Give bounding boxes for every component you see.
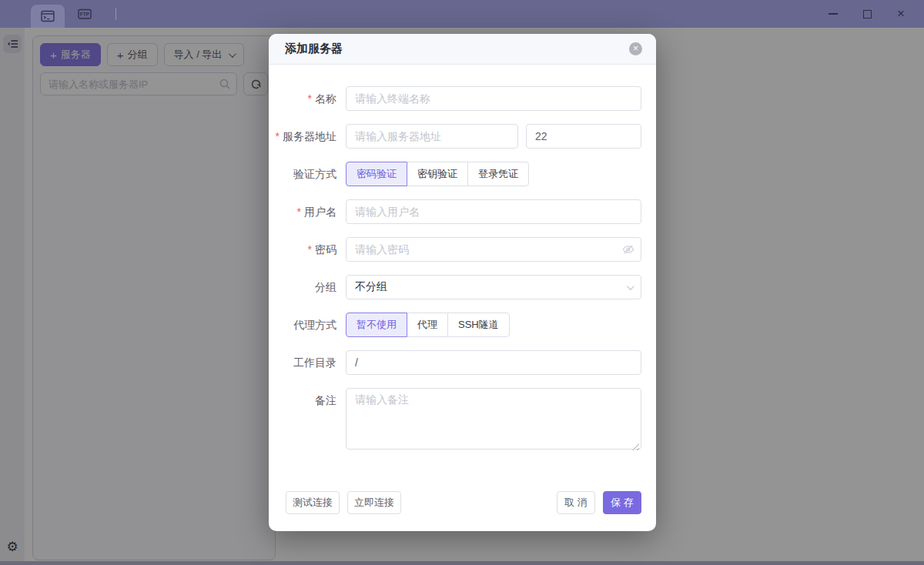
maximize-icon <box>863 10 872 18</box>
remark-textarea[interactable] <box>346 388 641 450</box>
required-mark: * <box>308 86 312 111</box>
titlebar-drag-region <box>116 0 816 28</box>
proxy-option-ssh-tunnel[interactable]: SSH隧道 <box>447 313 510 337</box>
titlebar: FTP × <box>0 0 924 28</box>
dialog-title: 添加服务器 <box>285 42 343 56</box>
required-mark: * <box>308 237 312 262</box>
tab-ftp[interactable]: FTP <box>68 0 102 28</box>
dialog-header: 添加服务器 × <box>269 34 656 65</box>
field-label-auth: 验证方式 <box>278 162 346 186</box>
test-connection-button[interactable]: 测试连接 <box>286 491 340 514</box>
workdir-input[interactable] <box>346 350 641 375</box>
auth-option-credential[interactable]: 登录凭证 <box>467 162 529 186</box>
form-row-name: * 名称 <box>278 86 641 111</box>
auth-method-segmented: 密码验证 密钥验证 登录凭证 <box>346 162 529 186</box>
minimize-button[interactable] <box>816 0 850 28</box>
form-row-auth: 验证方式 密码验证 密钥验证 登录凭证 <box>278 162 641 186</box>
proxy-option-proxy[interactable]: 代理 <box>407 313 448 337</box>
cancel-button[interactable]: 取 消 <box>557 491 595 514</box>
group-select-value: 不分组 <box>355 280 387 294</box>
proxy-option-none[interactable]: 暂不使用 <box>346 313 407 337</box>
dialog-footer: 测试连接 立即连接 取 消 保 存 <box>286 491 641 514</box>
field-label-remark: 备注 <box>278 388 346 413</box>
save-button[interactable]: 保 存 <box>603 491 641 514</box>
add-server-dialog: 添加服务器 × * 名称 * 服务器地址 <box>269 34 656 531</box>
auth-option-key[interactable]: 密钥验证 <box>407 162 468 186</box>
ftp-tab-icon: FTP <box>78 8 92 20</box>
tab-terminal[interactable] <box>31 5 65 28</box>
form-row-address: * 服务器地址 <box>278 124 641 149</box>
dialog-body: * 名称 * 服务器地址 <box>269 65 656 466</box>
form-row-password: * 密码 <box>278 237 641 262</box>
eye-off-icon[interactable] <box>622 243 634 256</box>
field-label-address: * 服务器地址 <box>278 124 346 149</box>
required-mark: * <box>297 199 301 224</box>
form-row-group: 分组 不分组 <box>278 275 641 299</box>
field-label-group: 分组 <box>278 275 346 299</box>
connect-now-button[interactable]: 立即连接 <box>347 491 401 514</box>
chevron-down-icon <box>627 282 634 290</box>
close-window-button[interactable]: × <box>884 0 918 28</box>
group-select[interactable]: 不分组 <box>346 275 641 299</box>
window-controls: × <box>816 0 918 28</box>
field-label-username: * 用户名 <box>278 199 346 224</box>
field-label-workdir: 工作目录 <box>278 350 346 375</box>
username-input[interactable] <box>346 199 641 224</box>
app-window: FTP × ⚙ <box>0 0 924 565</box>
svg-text:FTP: FTP <box>80 12 90 17</box>
dialog-close-button[interactable]: × <box>629 42 642 55</box>
server-address-input[interactable] <box>346 124 518 149</box>
field-label-proxy: 代理方式 <box>278 313 346 337</box>
form-row-proxy: 代理方式 暂不使用 代理 SSH隧道 <box>278 313 641 337</box>
required-mark: * <box>276 124 280 149</box>
form-row-remark: 备注 <box>278 388 641 453</box>
port-input[interactable] <box>526 124 641 149</box>
field-label-password: * 密码 <box>278 237 346 262</box>
form-row-workdir: 工作目录 <box>278 350 641 375</box>
terminal-tab-icon <box>41 10 55 22</box>
name-input[interactable] <box>346 86 641 111</box>
field-label-name: * 名称 <box>278 86 346 111</box>
proxy-method-segmented: 暂不使用 代理 SSH隧道 <box>346 313 510 337</box>
form-row-username: * 用户名 <box>278 199 641 224</box>
auth-option-password[interactable]: 密码验证 <box>346 162 407 186</box>
password-input[interactable] <box>346 237 641 262</box>
minimize-icon <box>829 13 838 15</box>
app-body: ⚙ + 服务器 + 分组 导入 / 导出 <box>0 28 924 565</box>
maximize-button[interactable] <box>850 0 884 28</box>
